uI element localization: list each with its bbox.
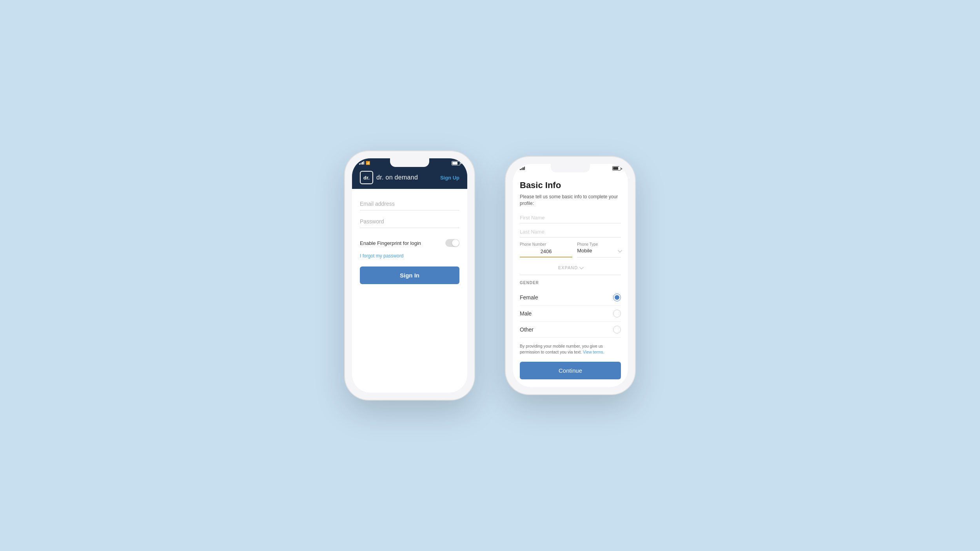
phone-basic-info: 11:11 Basic Info Please tell us some bas… [506, 157, 635, 394]
phone-number-input[interactable] [520, 248, 572, 255]
phone-type-select[interactable]: Mobile [577, 248, 621, 254]
password-input[interactable] [360, 218, 459, 225]
phone-notch [390, 158, 429, 167]
logo-icon: dr. [360, 171, 373, 184]
terms-text: By providing your mobile number, you giv… [520, 343, 621, 356]
gender-section-label: GENDER [520, 281, 621, 285]
battery-display [452, 161, 460, 165]
forgot-password-link[interactable]: I forgot my password [360, 253, 459, 259]
app-name: dr. on demand [376, 174, 418, 181]
signal-icon-2 [520, 166, 525, 171]
password-field-container [360, 218, 459, 228]
first-name-field [520, 214, 621, 223]
status-left: 📶 [359, 161, 370, 165]
continue-button[interactable]: Continue [520, 362, 621, 379]
last-name-input[interactable] [520, 228, 621, 236]
fingerprint-label: Enable Fingerprint for login [360, 240, 421, 246]
fingerprint-row: Enable Fingerprint for login [360, 235, 459, 253]
gender-other-option[interactable]: Other [520, 322, 621, 338]
app-header: dr. dr. on demand Sign Up [352, 167, 467, 189]
phone-type-value: Mobile [577, 248, 592, 254]
terms-link[interactable]: View terms. [583, 350, 604, 354]
phone-type-label: Phone Type [577, 242, 621, 246]
status-right [452, 161, 460, 165]
first-name-input[interactable] [520, 214, 621, 221]
gender-male-label: Male [520, 310, 532, 317]
signup-link[interactable]: Sign Up [440, 175, 459, 181]
signal-icon [359, 161, 364, 165]
wifi-icon: 📶 [366, 161, 370, 165]
expand-row[interactable]: EXPAND [520, 262, 621, 275]
gender-female-radio[interactable] [613, 294, 621, 301]
basic-info-screen: Basic Info Please tell us some basic inf… [513, 172, 628, 387]
gender-other-label: Other [520, 326, 534, 333]
phone-notch-2 [551, 164, 590, 172]
phone-row: Phone Number Phone Type Mobile [520, 242, 621, 257]
gender-female-option[interactable]: Female [520, 290, 621, 306]
gender-female-label: Female [520, 294, 538, 301]
status-left-2 [520, 166, 525, 171]
gender-male-radio[interactable] [613, 310, 621, 317]
phone-number-label: Phone Number [520, 242, 572, 246]
fingerprint-toggle[interactable] [445, 239, 459, 247]
expand-label: EXPAND [558, 265, 578, 270]
page-subtitle: Please tell us some basic info to comple… [520, 194, 621, 207]
gender-other-radio[interactable] [613, 326, 621, 334]
gender-male-option[interactable]: Male [520, 306, 621, 322]
phone-number-field: Phone Number [520, 242, 572, 257]
login-form: Enable Fingerprint for login I forgot my… [352, 189, 467, 393]
last-name-field [520, 228, 621, 237]
toggle-knob [452, 239, 459, 246]
status-right-2 [612, 166, 621, 170]
email-field-container [360, 200, 459, 210]
chevron-down-icon [618, 248, 621, 254]
radio-inner-selected [615, 295, 619, 300]
expand-chevron-icon [579, 265, 583, 270]
phone-login: 📶 11:10 dr. dr. on demand Sign Up [345, 151, 474, 400]
email-input[interactable] [360, 200, 459, 208]
sign-in-button[interactable]: Sign In [360, 266, 459, 284]
page-title: Basic Info [520, 180, 621, 190]
logo-container: dr. dr. on demand [360, 171, 418, 184]
phone-type-field: Phone Type Mobile [577, 242, 621, 257]
